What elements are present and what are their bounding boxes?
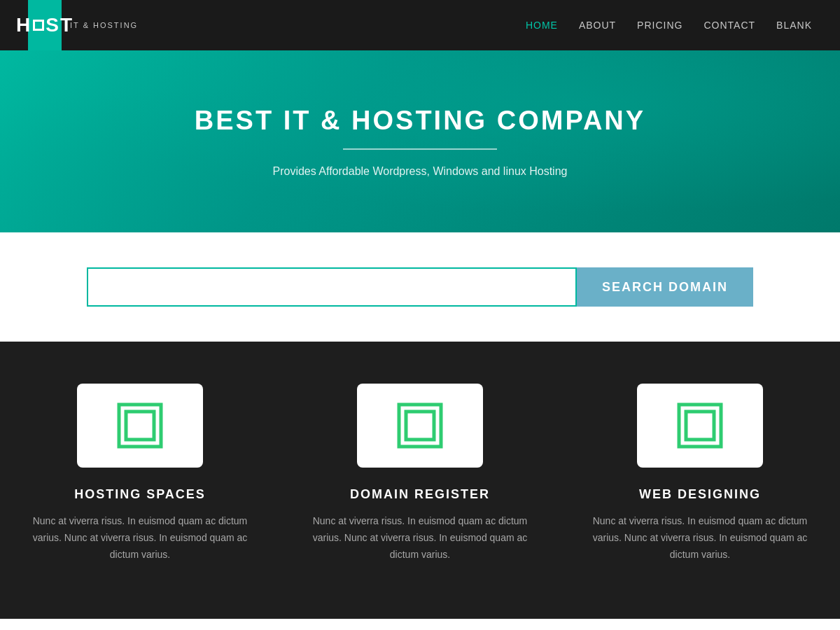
logo-box: H ST <box>28 0 62 50</box>
domain-icon <box>392 398 448 454</box>
domain-desc: Nunc at viverra risus. In euismod quam a… <box>308 513 532 563</box>
search-section: SEARCH DOMAIN <box>0 232 840 342</box>
feature-card-hosting: HOSTING SPACES Nunc at viverra risus. In… <box>28 384 252 563</box>
nav-link-about[interactable]: ABOUT <box>579 20 616 31</box>
feature-card-webdesign: WEB DESIGNING Nunc at viverra risus. In … <box>588 384 812 563</box>
logo-square-icon <box>33 20 44 31</box>
nav-link-contact[interactable]: CONTACT <box>704 20 755 31</box>
webdesign-title: WEB DESIGNING <box>639 487 761 502</box>
webdesign-icon <box>672 398 728 454</box>
hero-divider <box>343 148 497 150</box>
nav-link-blank[interactable]: BLANK <box>776 20 812 31</box>
hosting-desc: Nunc at viverra risus. In euismod quam a… <box>28 513 252 563</box>
hero-subtitle: Provides Affordable Wordpress, Windows a… <box>273 165 568 178</box>
svg-rect-3 <box>406 412 434 440</box>
logo-subtitle: IT & HOSTING <box>70 21 138 29</box>
domain-icon-box <box>357 384 483 468</box>
hero-title: BEST IT & HOSTING COMPANY <box>195 106 645 136</box>
navbar: H ST IT & HOSTING HOME ABOUT PRICING CON… <box>0 0 840 50</box>
nav-link-home[interactable]: HOME <box>526 20 558 31</box>
domain-search-input[interactable] <box>87 267 577 307</box>
hosting-title: HOSTING SPACES <box>74 487 206 502</box>
webdesign-icon-box <box>637 384 763 468</box>
webdesign-desc: Nunc at viverra risus. In euismod quam a… <box>588 513 812 563</box>
nav-item-pricing[interactable]: PRICING <box>637 19 682 31</box>
features-section: HOSTING SPACES Nunc at viverra risus. In… <box>0 342 840 619</box>
nav-item-contact[interactable]: CONTACT <box>704 19 755 31</box>
nav-item-about[interactable]: ABOUT <box>579 19 616 31</box>
hero-section: BEST IT & HOSTING COMPANY Provides Affor… <box>0 50 840 232</box>
domain-title: DOMAIN REGISTER <box>350 487 490 502</box>
nav-links: HOME ABOUT PRICING CONTACT BLANK <box>526 19 812 31</box>
logo-text: H ST <box>16 14 74 36</box>
nav-item-blank[interactable]: BLANK <box>776 19 812 31</box>
hosting-icon-box <box>77 384 203 468</box>
hosting-icon <box>112 398 168 454</box>
search-domain-button[interactable]: SEARCH DOMAIN <box>577 267 753 307</box>
nav-link-pricing[interactable]: PRICING <box>637 20 682 31</box>
svg-rect-1 <box>126 412 154 440</box>
svg-rect-5 <box>686 412 714 440</box>
feature-card-domain: DOMAIN REGISTER Nunc at viverra risus. I… <box>308 384 532 563</box>
logo-container: H ST IT & HOSTING <box>28 0 138 50</box>
nav-item-home[interactable]: HOME <box>526 19 558 31</box>
